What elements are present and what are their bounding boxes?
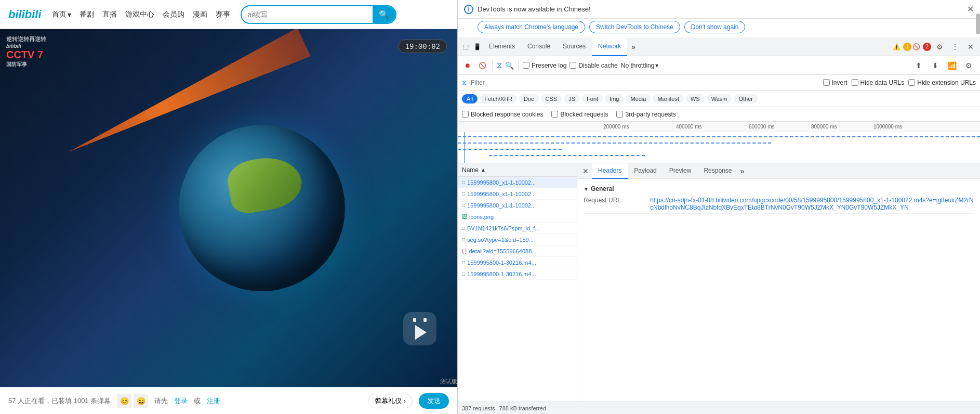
detail-tab-payload[interactable]: Payload [628, 163, 663, 179]
tv-logo: 逆转逆转再逆转 bilibili CCTV 7 国防军事 [6, 35, 46, 68]
blocked-requests-checkbox[interactable] [551, 111, 558, 118]
hide-data-urls-checkbox[interactable] [852, 79, 858, 86]
detail-tab-response[interactable]: Response [697, 163, 738, 179]
req-type-img[interactable]: Img [605, 94, 624, 104]
emoji-btn-1[interactable]: 😊 [117, 394, 131, 408]
bilibili-logo[interactable]: bilibili [8, 8, 42, 21]
req-type-other[interactable]: Other [734, 94, 758, 104]
network-item-4[interactable]: □ BV1N1421k7s6/?spm_id_f... [458, 223, 577, 234]
req-type-manifest[interactable]: Manifest [653, 94, 684, 104]
detail-tab-more[interactable]: » [738, 167, 746, 175]
dont-show-again-button[interactable]: Don't show again [684, 21, 746, 33]
detail-tab-preview[interactable]: Preview [663, 163, 698, 179]
search-input[interactable] [242, 10, 373, 19]
req-type-js[interactable]: JS [564, 94, 580, 104]
network-item-5[interactable]: □ seg.so?type=1&oid=159... [458, 234, 577, 245]
network-item-0[interactable]: □ 1599995800_x1-1-10002... [458, 177, 577, 188]
search-button[interactable]: 🔍 [373, 6, 395, 23]
network-item-1[interactable]: □ 1599995800_x1-1-10002... [458, 188, 577, 200]
tab-console[interactable]: Console [521, 37, 557, 56]
name-column-header[interactable]: Name ▲ [458, 163, 577, 177]
req-type-ws[interactable]: WS [686, 94, 705, 104]
device-toolbar-icon[interactable]: 📱 [471, 41, 483, 53]
settings-icon[interactable]: ⚙ [932, 40, 947, 54]
switch-to-chinese-button[interactable]: Switch DevTools to Chinese [589, 21, 680, 33]
hide-data-urls-label[interactable]: Hide data URLs [852, 79, 905, 86]
blocked-requests-label[interactable]: Blocked requests [551, 111, 608, 118]
req-type-doc[interactable]: Doc [519, 94, 539, 104]
test-version-label: 测试版 [440, 378, 457, 385]
filter-input[interactable] [471, 79, 819, 86]
hide-extension-urls-label[interactable]: Hide extension URLs [908, 79, 976, 86]
req-type-wasm[interactable]: Wasm [707, 94, 732, 104]
login-prompt-text: 请先 [154, 396, 168, 406]
toolbar-separator-2 [518, 60, 519, 71]
send-button[interactable]: 发送 [419, 393, 449, 409]
detail-close-button[interactable]: ✕ [579, 165, 592, 177]
disable-cache-checkbox[interactable] [570, 62, 576, 69]
network-item-3[interactable]: 🖼 icons.png [458, 211, 577, 223]
download-har-icon[interactable]: ⬇ [928, 58, 943, 73]
invert-label[interactable]: Invert [823, 79, 847, 86]
file-icon-8: □ [462, 271, 465, 277]
login-link[interactable]: 登录 [174, 396, 188, 406]
info-icon: i [464, 5, 473, 14]
nav-live[interactable]: 直播 [102, 10, 117, 19]
tab-more-button[interactable]: » [627, 43, 640, 51]
tab-network[interactable]: Network [592, 37, 627, 56]
req-type-all[interactable]: All [462, 94, 478, 104]
third-party-requests-checkbox[interactable] [616, 111, 623, 118]
tab-sources[interactable]: Sources [557, 37, 592, 56]
throttle-selector[interactable]: No throttling ▾ [621, 62, 659, 69]
more-options-icon[interactable]: ⋮ [948, 40, 962, 54]
always-match-language-button[interactable]: Always match Chrome's language [478, 21, 585, 33]
network-item-8[interactable]: □ 1599995800-1-30216.m4... [458, 268, 577, 280]
req-type-fetchxhr[interactable]: Fetch/XHR [480, 94, 517, 104]
danmu-gift-button[interactable]: 弹幕礼仪 › [368, 394, 413, 408]
detail-panel: ✕ Headers Payload Preview Response » ▼ G… [577, 163, 980, 402]
nav-vip[interactable]: 会员购 [163, 10, 184, 19]
hide-extension-urls-checkbox[interactable] [908, 79, 915, 86]
request-count: 387 requests [462, 405, 495, 411]
nav-manga[interactable]: 漫画 [193, 10, 207, 19]
req-type-css[interactable]: CSS [541, 94, 562, 104]
blocked-cookies-checkbox[interactable] [462, 111, 469, 118]
emoji-icons: 😊 😄 [117, 394, 148, 408]
general-section-header[interactable]: ▼ General [584, 183, 974, 195]
emoji-btn-2[interactable]: 😄 [134, 394, 148, 408]
detail-tab-headers[interactable]: Headers [592, 163, 628, 179]
disable-cache-label[interactable]: Disable cache [570, 62, 617, 69]
play-button[interactable] [403, 312, 436, 345]
invert-checkbox[interactable] [823, 79, 830, 86]
timeline-bars [458, 132, 980, 163]
req-type-font[interactable]: Font [582, 94, 603, 104]
toolbar-right-icons: ⬆ ⬇ 📶 ⚙ [911, 58, 976, 73]
record-button[interactable]: ⏺ [462, 60, 473, 71]
network-item-7[interactable]: □ 1599995800-1-30216.m4... [458, 257, 577, 268]
upload-har-icon[interactable]: ⬆ [911, 58, 926, 73]
third-party-requests-label[interactable]: 3rd-party requests [616, 111, 676, 118]
preserve-log-checkbox[interactable] [523, 62, 529, 69]
clear-button[interactable]: 🚫 [476, 60, 488, 71]
close-devtools-icon[interactable]: ✕ [963, 40, 978, 54]
wifi-icon[interactable]: 📶 [945, 58, 959, 73]
nav-game[interactable]: 游戏中心 [125, 10, 154, 19]
banner-close-button[interactable]: ✕ [967, 4, 974, 14]
nav-home[interactable]: 首页 ▾ [52, 10, 71, 19]
blocked-cookies-label[interactable]: Blocked response cookies [462, 111, 543, 118]
preserve-log-label[interactable]: Preserve log [523, 62, 566, 69]
video-bottom-wrapper: 测试版 57 人正在看，已装填 1001 条弹幕 😊 😄 请先 登录 或 注册 … [0, 387, 457, 414]
search-icon[interactable]: 🔍 [505, 61, 514, 70]
nav-fanju[interactable]: 番剧 [80, 10, 94, 19]
req-type-media[interactable]: Media [626, 94, 651, 104]
settings-network-icon[interactable]: ⚙ [961, 58, 976, 73]
inspect-element-icon[interactable]: ⬚ [460, 41, 471, 53]
blocked-bar: Blocked response cookies Blocked request… [458, 107, 980, 122]
register-link[interactable]: 注册 [207, 396, 220, 406]
network-item-6[interactable]: { } detail?aid=15559664088... [458, 245, 577, 257]
network-item-2[interactable]: □ 1599995800_x1-1-10002... [458, 200, 577, 211]
nav-race[interactable]: 赛事 [216, 10, 230, 19]
browser-topbar: bilibili 首页 ▾ 番剧 直播 游戏中心 会员购 漫画 赛事 🔍 [0, 0, 457, 29]
request-url-value[interactable]: https://cn-sdjn-fx-01-08.bilivideo.com/u… [650, 197, 974, 211]
tab-elements[interactable]: Elements [483, 37, 521, 56]
